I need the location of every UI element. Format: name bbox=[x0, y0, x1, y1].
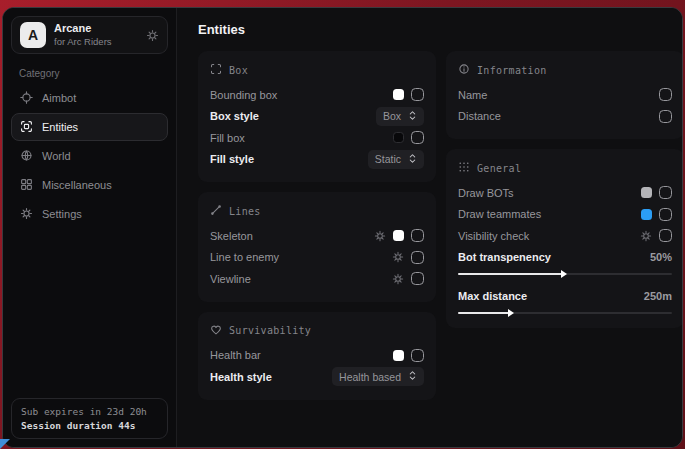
color-swatch[interactable] bbox=[641, 187, 652, 198]
distance-checkbox[interactable] bbox=[659, 110, 672, 123]
sidebar-item-label: Settings bbox=[42, 208, 82, 220]
page-title: Entities bbox=[198, 22, 683, 37]
section-title: Survivability bbox=[229, 325, 311, 336]
box-brackets-icon bbox=[210, 63, 222, 77]
line-to-enemy-settings-icon[interactable] bbox=[392, 251, 404, 263]
section-information: Information Name Distance bbox=[446, 51, 683, 139]
row-box-style: Box style Box bbox=[210, 106, 424, 128]
row-name: Name bbox=[458, 84, 672, 106]
crosshair-icon bbox=[20, 91, 33, 106]
row-label: Box style bbox=[210, 110, 259, 122]
health-bar-checkbox[interactable] bbox=[411, 349, 424, 362]
session-duration-text: Session duration 44s bbox=[21, 420, 158, 431]
row-label: Visibility check bbox=[458, 230, 529, 242]
row-label: Viewline bbox=[210, 273, 251, 285]
sidebar-item-miscellaneous[interactable]: Miscellaneous bbox=[11, 171, 168, 199]
row-label: Health style bbox=[210, 371, 272, 383]
slider-value: 250m bbox=[644, 290, 672, 302]
sidebar-item-settings[interactable]: Settings bbox=[11, 200, 168, 228]
row-label: Fill style bbox=[210, 153, 254, 165]
fill-box-checkbox[interactable] bbox=[411, 131, 424, 144]
unfold-icon bbox=[408, 370, 417, 383]
mouse-cursor bbox=[0, 439, 10, 449]
bounding-box-checkbox[interactable] bbox=[411, 88, 424, 101]
line-to-enemy-checkbox[interactable] bbox=[411, 251, 424, 264]
row-draw-bots: Draw BOTs bbox=[458, 182, 672, 204]
section-title: Lines bbox=[229, 206, 261, 217]
visibility-settings-icon[interactable] bbox=[640, 230, 652, 242]
draw-teammates-checkbox[interactable] bbox=[659, 208, 672, 221]
heart-icon bbox=[210, 324, 222, 338]
subscription-card: Sub expires in 23d 20h Session duration … bbox=[11, 398, 168, 439]
row-bounding-box: Bounding box bbox=[210, 84, 424, 106]
dots-grid-icon bbox=[458, 161, 470, 175]
row-label: Distance bbox=[458, 110, 501, 122]
max-distance-slider[interactable] bbox=[458, 312, 672, 314]
globe-icon bbox=[20, 149, 33, 164]
skeleton-checkbox[interactable] bbox=[411, 229, 424, 242]
brand-gear-icon[interactable] bbox=[146, 29, 159, 42]
row-bot-transparency: Bot transpenency 50% bbox=[458, 247, 672, 269]
arcane-window: A Arcane for Arc Riders Category Aimbot … bbox=[2, 7, 683, 448]
row-health-style: Health style Health based bbox=[210, 366, 424, 388]
category-label: Category bbox=[19, 68, 168, 79]
unfold-icon bbox=[408, 110, 417, 123]
color-swatch[interactable] bbox=[393, 350, 404, 361]
section-box: Box Bounding box Box style Box bbox=[198, 51, 436, 182]
dropdown-value: Static bbox=[375, 153, 401, 165]
sidebar-item-aimbot[interactable]: Aimbot bbox=[11, 84, 168, 112]
section-title: Information bbox=[477, 65, 547, 76]
fill-style-dropdown[interactable]: Static bbox=[368, 150, 424, 169]
color-swatch[interactable] bbox=[393, 132, 404, 143]
sidebar-nav: Aimbot Entities World Miscellaneous Sett… bbox=[11, 84, 168, 228]
row-visibility-check: Visibility check bbox=[458, 225, 672, 247]
sidebar-item-label: Entities bbox=[42, 121, 78, 133]
row-skeleton: Skeleton bbox=[210, 225, 424, 247]
row-label: Name bbox=[458, 89, 487, 101]
row-max-distance: Max distance 250m bbox=[458, 285, 672, 307]
viewline-checkbox[interactable] bbox=[411, 272, 424, 285]
left-column: Box Bounding box Box style Box bbox=[198, 51, 436, 400]
row-label: Health bar bbox=[210, 349, 261, 361]
scan-icon bbox=[20, 120, 33, 135]
color-swatch[interactable] bbox=[641, 209, 652, 220]
sidebar-item-entities[interactable]: Entities bbox=[11, 113, 168, 141]
row-health-bar: Health bar bbox=[210, 345, 424, 367]
brand-card: A Arcane for Arc Riders bbox=[11, 16, 168, 54]
section-survivability: Survivability Health bar Health style bbox=[198, 312, 436, 400]
color-swatch[interactable] bbox=[393, 89, 404, 100]
dropdown-value: Health based bbox=[339, 371, 401, 383]
row-label: Draw BOTs bbox=[458, 187, 514, 199]
row-draw-teammates: Draw teammates bbox=[458, 204, 672, 226]
health-style-dropdown[interactable]: Health based bbox=[332, 367, 424, 386]
draw-bots-checkbox[interactable] bbox=[659, 186, 672, 199]
skeleton-settings-icon[interactable] bbox=[374, 230, 386, 242]
section-title: General bbox=[477, 163, 521, 174]
info-icon bbox=[458, 63, 470, 77]
unfold-icon bbox=[408, 153, 417, 166]
row-line-to-enemy: Line to enemy bbox=[210, 247, 424, 269]
row-label: Bot transpenency bbox=[458, 251, 551, 263]
name-checkbox[interactable] bbox=[659, 88, 672, 101]
row-fill-box: Fill box bbox=[210, 127, 424, 149]
visibility-check-checkbox[interactable] bbox=[659, 229, 672, 242]
row-fill-style: Fill style Static bbox=[210, 149, 424, 171]
slider-fill bbox=[458, 273, 565, 275]
gear-icon bbox=[20, 207, 33, 222]
color-swatch[interactable] bbox=[393, 230, 404, 241]
line-icon bbox=[210, 204, 222, 218]
right-column: Information Name Distance Gener bbox=[446, 51, 683, 328]
sidebar-item-label: World bbox=[42, 150, 71, 162]
sidebar-item-label: Aimbot bbox=[42, 92, 76, 104]
row-distance: Distance bbox=[458, 106, 672, 128]
row-label: Fill box bbox=[210, 132, 245, 144]
bot-transparency-slider[interactable] bbox=[458, 273, 672, 275]
viewline-settings-icon[interactable] bbox=[392, 273, 404, 285]
box-style-dropdown[interactable]: Box bbox=[376, 107, 424, 126]
row-label: Draw teammates bbox=[458, 208, 541, 220]
section-general: General Draw BOTs Draw teammates bbox=[446, 149, 683, 328]
section-title: Box bbox=[229, 65, 248, 76]
row-label: Max distance bbox=[458, 290, 527, 302]
grid-icon bbox=[20, 178, 33, 193]
sidebar-item-world[interactable]: World bbox=[11, 142, 168, 170]
